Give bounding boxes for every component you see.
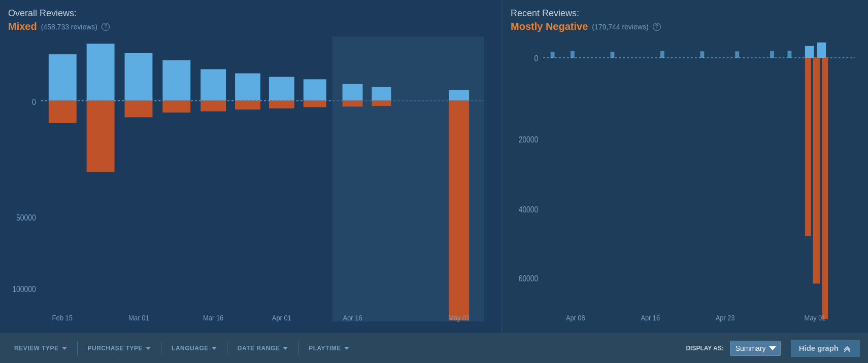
svg-rect-16 [235,74,260,101]
language-arrow [212,347,217,350]
charts-row: Overall Reviews: Mixed (458,733 reviews)… [0,0,868,333]
purchase-type-arrow [146,347,151,350]
svg-rect-48 [660,51,664,58]
svg-rect-46 [571,51,575,58]
language-filter[interactable]: LANGUAGE [165,341,223,356]
svg-rect-51 [770,51,774,58]
svg-rect-7 [49,101,77,124]
playtime-filter[interactable]: PLAYTIME [303,341,355,356]
chevron-up-icon [843,344,852,353]
svg-rect-20 [304,79,326,100]
purchase-type-filter[interactable]: PURCHASE TYPE [82,341,157,356]
svg-text:Apr 16: Apr 16 [641,313,660,322]
review-type-label: REVIEW TYPE [14,345,59,352]
overall-title: Overall Reviews: [8,8,493,19]
svg-rect-52 [787,51,791,58]
svg-rect-13 [162,101,190,113]
recent-review-count: (179,744 reviews) [592,23,648,31]
display-as-label: DISPLAY AS: [686,345,723,352]
svg-rect-21 [304,101,326,107]
hide-graph-label: Hide graph [799,344,839,352]
svg-text:Mar 16: Mar 16 [203,313,223,322]
sep2 [161,341,161,355]
recent-chart-svg: 0 20000 40000 60000 [511,37,860,328]
recent-title: Recent Reviews: [511,8,860,19]
svg-rect-26 [449,90,469,100]
language-label: LANGUAGE [172,345,209,352]
svg-rect-9 [87,101,115,172]
hide-graph-button[interactable]: Hide graph [791,340,860,357]
playtime-label: PLAYTIME [309,345,341,352]
svg-rect-6 [49,54,77,100]
svg-rect-27 [449,101,469,320]
overall-panel: Overall Reviews: Mixed (458,733 reviews)… [0,0,503,333]
overall-rating: Mixed [8,21,37,32]
svg-text:50000: 50000 [16,213,36,222]
svg-rect-44 [822,58,828,319]
svg-text:40000: 40000 [519,205,538,214]
svg-text:0: 0 [32,97,36,106]
recent-panel: Recent Reviews: Mostly Negative (179,744… [503,0,868,333]
svg-rect-15 [201,101,226,112]
date-range-label: DATE RANGE [238,345,280,352]
svg-text:Feb 15: Feb 15 [52,313,73,322]
svg-rect-12 [162,60,190,101]
svg-text:0: 0 [534,54,538,63]
svg-rect-22 [343,84,363,101]
review-type-filter[interactable]: REVIEW TYPE [8,341,73,356]
recent-chart-area: 0 20000 40000 60000 [511,37,860,328]
recent-rating: Mostly Negative [511,21,588,32]
recent-help-icon[interactable]: ? [653,23,661,31]
overall-chart-svg: 0 50000 100000 [8,37,493,328]
svg-rect-24 [372,87,391,101]
sep4 [298,341,298,355]
svg-rect-19 [269,101,294,108]
svg-text:20000: 20000 [519,134,538,143]
main-container: Overall Reviews: Mixed (458,733 reviews)… [0,0,868,363]
overall-chart-area: 0 50000 100000 [8,37,493,328]
svg-rect-25 [372,101,391,106]
playtime-arrow [344,347,349,350]
date-range-filter[interactable]: DATE RANGE [231,341,294,356]
svg-text:Apr 23: Apr 23 [716,313,735,322]
svg-rect-42 [805,58,811,236]
svg-rect-49 [700,51,704,58]
sep3 [227,341,227,355]
svg-text:Apr 08: Apr 08 [566,313,585,322]
overall-review-count: (458,733 reviews) [41,23,97,31]
svg-rect-43 [813,58,820,283]
svg-rect-8 [87,44,115,100]
summary-select[interactable]: Summary [730,341,781,356]
svg-text:60000: 60000 [519,273,538,282]
review-type-arrow [62,347,67,350]
svg-rect-17 [235,101,260,110]
overall-subtitle: Mixed (458,733 reviews) ? [8,21,493,32]
svg-text:Apr 16: Apr 16 [343,313,362,322]
svg-rect-23 [343,101,363,107]
svg-rect-41 [817,43,826,58]
svg-text:Mar 01: Mar 01 [128,313,149,322]
svg-text:100000: 100000 [12,284,36,294]
svg-text:May 01: May 01 [805,313,826,322]
purchase-type-label: PURCHASE TYPE [88,345,143,352]
svg-rect-45 [551,52,555,58]
date-range-arrow [283,347,288,350]
toolbar: REVIEW TYPE PURCHASE TYPE LANGUAGE DATE … [0,333,868,363]
svg-text:Apr 01: Apr 01 [272,313,291,322]
sep1 [77,341,78,355]
svg-rect-40 [805,46,814,58]
overall-help-icon[interactable]: ? [102,23,110,31]
svg-rect-50 [735,51,739,58]
svg-text:May 01: May 01 [448,313,470,322]
svg-rect-14 [201,69,226,100]
svg-rect-18 [269,77,294,101]
svg-rect-10 [125,53,153,101]
svg-rect-47 [611,52,615,58]
svg-rect-11 [125,101,153,118]
recent-subtitle: Mostly Negative (179,744 reviews) ? [511,21,860,32]
